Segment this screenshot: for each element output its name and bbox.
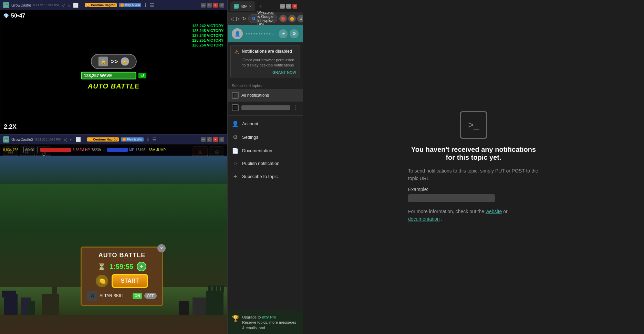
close-btn-2[interactable]: ✕: [213, 137, 218, 142]
website-link[interactable]: website: [486, 209, 502, 214]
tab-close-btn[interactable]: ✕: [249, 4, 252, 8]
browser-max-btn[interactable]: □: [286, 4, 291, 9]
ntfy-pro-link[interactable]: ntfy Pro: [262, 315, 276, 319]
lock-left-icon: 🔒: [98, 57, 108, 66]
nav-back-btn[interactable]: ◁: [230, 14, 234, 23]
ntfy-settings-btn[interactable]: ⚙: [290, 29, 299, 38]
address-text: Wyszukaj w Google lub wpisz URL: [257, 10, 273, 27]
menu-publish[interactable]: ▷ Publish notification: [228, 157, 303, 169]
tab-favicon-text: n: [236, 5, 237, 8]
victory-5: 128,254 VICTORY: [192, 43, 224, 47]
empty-footer: For more information, check out the webs…: [408, 208, 539, 223]
game-content-2[interactable]: 8,834,766 + 60•90 6,362M HP 78239 MP 151…: [0, 144, 227, 334]
castle-left: [0, 273, 69, 315]
mp-bar: [107, 148, 128, 152]
nav-home[interactable]: ⌂: [68, 3, 71, 8]
or-text: or: [503, 209, 507, 214]
documentation-link[interactable]: documentation: [408, 216, 440, 222]
nav-home-2[interactable]: ⌂: [70, 137, 73, 142]
grant-now-button[interactable]: GRANT NOW: [234, 70, 296, 74]
browser-min-btn[interactable]: —: [280, 4, 285, 9]
ntfy-url-blurred: ●●●●●●●●●●●●●●●: [246, 32, 276, 35]
rewards-row: 🍋 START: [87, 274, 157, 288]
maximize-btn-1[interactable]: □: [207, 3, 212, 8]
dialog-close-btn[interactable]: ✕: [157, 244, 166, 252]
menu-account[interactable]: 👤 Account: [228, 117, 303, 131]
browser-close-btn[interactable]: ✕: [292, 4, 297, 9]
browser-win-controls: — □ ✕: [280, 4, 297, 9]
info-icon[interactable]: ℹ: [145, 2, 146, 8]
subscribe-icon: +: [232, 173, 239, 180]
altar-skill-row: ⚔ ALTAR SKILL ON OFF: [87, 291, 157, 301]
empty-state: >_ You haven't received any notification…: [408, 111, 539, 223]
minimize-btn-2[interactable]: —: [201, 137, 206, 142]
game1-hud: 💎 50•47: [3, 13, 25, 19]
new-tab-btn[interactable]: +: [259, 3, 262, 9]
reward-lemon-icon: 🍋: [96, 275, 108, 287]
upgrade-banner: 🏆 Upgrade to ntfy Pro Reserve topics, mo…: [228, 311, 303, 334]
lock-right-icon: 🔓: [121, 58, 129, 66]
menu-icon-2[interactable]: ☰: [152, 137, 157, 142]
nav-copy-2[interactable]: ⬜: [75, 137, 81, 142]
win-controls-2: — □ ✕ ⤢: [201, 137, 224, 142]
menu-documentation[interactable]: 📄 Documentation: [228, 144, 303, 157]
publish-label: Publish notification: [242, 161, 279, 166]
tab-title: ntfy: [241, 4, 247, 8]
example-url-blurred: ●●●●●●●●●●●●●●●●●●●●●●●●●●●●●●: [408, 194, 495, 202]
minimize-btn-1[interactable]: —: [201, 3, 206, 8]
add-time-button[interactable]: +: [137, 262, 146, 271]
game1-title: GrowCastle: [11, 3, 31, 7]
ext-icon-2[interactable]: 🟠: [288, 15, 296, 22]
topic-blurred[interactable]: ☐ ●●●●●●●●●●●● ⋮: [228, 102, 303, 114]
svg-rect-15: [179, 301, 189, 315]
topic-more-btn[interactable]: ⋮: [293, 104, 299, 111]
svg-rect-9: [206, 291, 224, 315]
ext-icon-1[interactable]: 🔴: [279, 15, 287, 22]
hud2-hp: 6,362M HP: [73, 148, 90, 152]
left-panel: 🏰 GrowCastle 5.21.210.1025 P54 ◁ ⌂ ⬜ 🏆 C…: [0, 0, 227, 334]
altar-toggle-on[interactable]: ON: [133, 293, 143, 299]
menu-icon[interactable]: ☰: [150, 2, 154, 8]
ntfy-sun-btn[interactable]: ☀: [279, 29, 288, 38]
altar-toggle-off[interactable]: OFF: [144, 293, 157, 299]
settings-label: Settings: [242, 135, 258, 140]
hud2-gold-plus: +: [20, 148, 22, 152]
period-text: .: [441, 216, 443, 222]
nav-back-2[interactable]: ◁: [64, 137, 67, 142]
all-notif-icon: ☐: [232, 92, 239, 99]
hp-bar: [40, 148, 71, 152]
nav-reload-btn[interactable]: ↻: [242, 14, 246, 23]
topic-all-notifications[interactable]: ☐ All notifications: [228, 89, 303, 102]
arrows-icon: >>: [111, 58, 118, 65]
game-content-1[interactable]: 💎 50•47 128,242 VICTORY 128,245 VICTORY …: [0, 10, 227, 134]
hud2-hp-val: 78239: [91, 148, 101, 152]
altar-icon: ⚔: [87, 291, 97, 301]
address-bar[interactable]: G Wyszukaj w Google lub wpisz URL: [248, 14, 277, 23]
nav-fwd-btn[interactable]: ▷: [236, 14, 240, 23]
ntfy-header: 👤 ●●●●●●●●●●●●●●● ☀ ⚙: [228, 25, 303, 42]
footer-text: For more information, check out the: [408, 209, 486, 214]
auto-battle-dialog: AUTO BATTLE ✕ ⏳ 1:59:55 + 🍋 START ⚔ ALTA…: [81, 247, 163, 306]
maximize-btn-2[interactable]: □: [207, 137, 212, 142]
browser-tab-ntfy[interactable]: n ntfy ✕: [230, 1, 255, 11]
documentation-icon: 📄: [232, 147, 239, 154]
titlebar-1: 🏰 GrowCastle 5.21.210.1025 P54 ◁ ⌂ ⬜ 🏆 C…: [0, 0, 227, 10]
game2-scene: WAVE 2311: [0, 156, 227, 334]
timer-icon: ⏳: [97, 262, 106, 271]
plus3-badge: +3: [138, 73, 146, 79]
wave-bar-container: 128,257 WAVE +3: [81, 72, 146, 80]
close-btn-1[interactable]: ✕: [213, 3, 218, 8]
dialog-title: AUTO BATTLE: [87, 252, 157, 259]
menu-settings[interactable]: ⚙ Settings: [228, 131, 303, 144]
svg-rect-14: [193, 298, 206, 315]
nav-copy[interactable]: ⬜: [73, 3, 79, 8]
expand-btn-1[interactable]: ⤢: [219, 3, 224, 8]
start-button[interactable]: START: [112, 274, 148, 288]
svg-rect-13: [221, 285, 224, 292]
nav-back[interactable]: ◁: [62, 3, 65, 8]
menu-divider-1: [228, 115, 303, 116]
info-icon-2[interactable]: ℹ: [147, 137, 149, 142]
expand-btn-2[interactable]: ⤢: [219, 137, 224, 142]
blurred-topic-icon: ☐: [232, 104, 239, 111]
menu-subscribe[interactable]: + Subscribe to topic: [228, 169, 303, 184]
